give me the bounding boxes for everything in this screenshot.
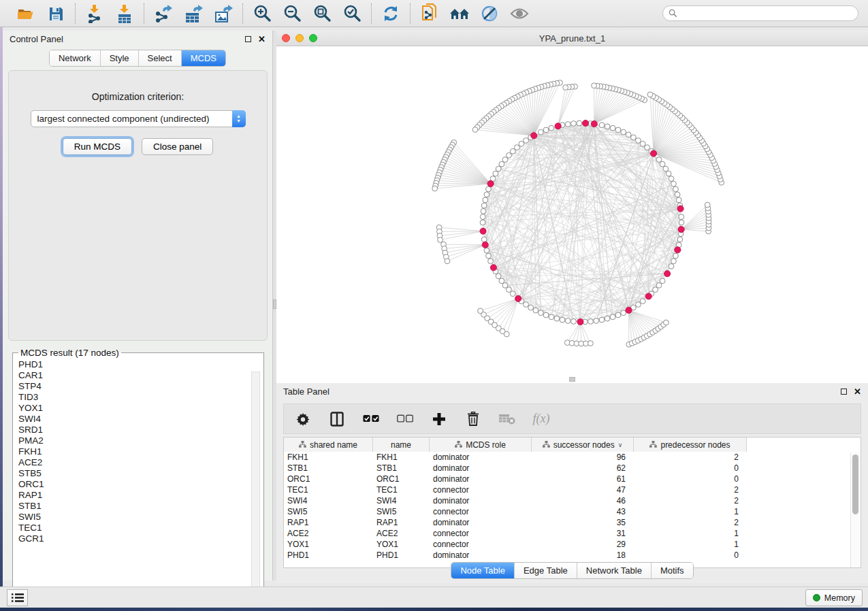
memory-button[interactable]: Memory — [805, 589, 863, 606]
network-node[interactable] — [660, 161, 665, 167]
table-row[interactable]: STB1STB1dominator620 — [284, 463, 861, 474]
float-table-panel-icon[interactable] — [841, 389, 847, 395]
network-node[interactable] — [663, 166, 669, 171]
export-table-icon[interactable] — [183, 3, 204, 24]
mcds-result-item[interactable]: STP4 — [17, 381, 263, 392]
save-session-icon[interactable] — [46, 3, 66, 24]
network-node[interactable] — [484, 192, 489, 197]
network-node[interactable] — [671, 181, 677, 186]
mcds-dominator-node[interactable] — [531, 133, 537, 139]
cell-shared-name[interactable]: STB1 — [284, 463, 373, 474]
network-node[interactable] — [605, 124, 610, 129]
network-node[interactable] — [484, 248, 489, 253]
cell-successor-nodes[interactable]: 31 — [532, 528, 634, 539]
network-node[interactable] — [645, 145, 650, 150]
network-node[interactable] — [636, 138, 641, 144]
two-houses-icon[interactable] — [449, 3, 470, 24]
network-node[interactable] — [524, 138, 529, 144]
network-node[interactable] — [615, 312, 621, 318]
network-node[interactable] — [640, 141, 645, 146]
mcds-dominator-node[interactable] — [482, 242, 488, 248]
network-node[interactable] — [519, 141, 524, 146]
cell-predecessor-nodes[interactable]: 0 — [634, 463, 747, 474]
mcds-result-item[interactable]: FKH1 — [17, 446, 263, 457]
column-header-name[interactable]: name — [373, 437, 430, 452]
cell-MCDS-role[interactable]: dominator — [430, 517, 532, 528]
network-node[interactable] — [660, 278, 665, 284]
table-scrollbar-thumb[interactable] — [852, 455, 858, 514]
network-node[interactable] — [481, 237, 487, 242]
cell-name[interactable]: RAP1 — [373, 517, 430, 528]
cell-predecessor-nodes[interactable]: 2 — [634, 495, 747, 506]
cell-predecessor-nodes[interactable]: 2 — [634, 517, 747, 528]
network-node[interactable] — [538, 310, 543, 316]
close-table-panel-icon[interactable]: ✕ — [854, 389, 861, 395]
cell-predecessor-nodes[interactable]: 2 — [634, 484, 747, 495]
mcds-dominator-node[interactable] — [582, 120, 588, 126]
table-row[interactable]: FKH1FKH1dominator962 — [284, 452, 861, 463]
zoom-out-icon[interactable] — [282, 3, 302, 24]
network-node[interactable] — [543, 127, 549, 133]
network-node[interactable] — [610, 314, 615, 320]
cell-shared-name[interactable]: RAP1 — [284, 517, 373, 528]
network-node[interactable] — [543, 312, 549, 318]
table-row[interactable]: ACE2ACE2connector311 — [284, 528, 861, 539]
tab-select[interactable]: Select — [139, 50, 182, 66]
network-node[interactable] — [528, 305, 534, 310]
network-node[interactable] — [673, 186, 679, 192]
network-node[interactable] — [673, 253, 679, 259]
export-network-icon[interactable] — [153, 3, 174, 24]
open-session-icon[interactable] — [16, 3, 36, 24]
network-node[interactable] — [538, 129, 543, 135]
network-node[interactable] — [679, 220, 684, 225]
network-node[interactable] — [653, 287, 658, 293]
search-input[interactable] — [662, 5, 858, 21]
mcds-result-item[interactable]: TID3 — [17, 392, 263, 403]
select-all-columns-icon[interactable] — [363, 411, 379, 427]
column-header-MCDS-role[interactable]: MCDS role — [430, 437, 532, 452]
cell-shared-name[interactable]: ORC1 — [284, 474, 373, 484]
mcds-result-item[interactable]: STB5 — [17, 468, 263, 479]
tab-network-table[interactable]: Network Table — [577, 563, 652, 578]
network-node[interactable] — [636, 302, 641, 308]
network-node[interactable] — [533, 308, 539, 313]
tab-node-table[interactable]: Node Table — [451, 563, 515, 578]
cell-shared-name[interactable]: YOX1 — [284, 539, 373, 550]
mcds-dominator-node[interactable] — [678, 227, 684, 233]
mcds-result-item[interactable]: CAR1 — [17, 370, 263, 381]
new-network-from-selection-icon[interactable] — [419, 3, 440, 24]
cell-name[interactable]: PHD1 — [373, 550, 430, 561]
network-node[interactable] — [480, 220, 485, 225]
refresh-view-icon[interactable] — [381, 3, 401, 24]
table-row[interactable]: SWI4SWI4dominator462 — [284, 495, 861, 506]
network-node[interactable] — [565, 318, 570, 324]
network-node[interactable] — [677, 237, 683, 242]
network-node[interactable] — [502, 157, 508, 163]
network-node[interactable] — [676, 197, 681, 203]
network-node[interactable] — [647, 92, 653, 97]
cell-shared-name[interactable]: ACE2 — [284, 528, 373, 539]
table-row[interactable]: TEC1TEC1connector472 — [284, 484, 861, 495]
network-node[interactable] — [605, 316, 610, 321]
network-node[interactable] — [504, 331, 509, 337]
cell-MCDS-role[interactable]: connector — [430, 539, 532, 550]
network-node[interactable] — [481, 208, 486, 214]
network-node[interactable] — [571, 121, 577, 127]
mcds-dominator-node[interactable] — [591, 120, 597, 127]
zoom-selected-icon[interactable] — [342, 3, 362, 24]
network-node[interactable] — [679, 214, 684, 220]
mcds-dominator-node[interactable] — [490, 265, 496, 271]
network-node[interactable] — [588, 341, 594, 346]
network-canvas[interactable] — [276, 46, 868, 383]
cell-MCDS-role[interactable]: dominator — [430, 452, 532, 463]
cell-predecessor-nodes[interactable]: 1 — [634, 539, 747, 550]
cell-successor-nodes[interactable]: 62 — [532, 463, 634, 474]
cell-predecessor-nodes[interactable]: 0 — [634, 550, 747, 561]
cell-MCDS-role[interactable]: dominator — [430, 474, 532, 484]
mcds-result-item[interactable]: ACE2 — [17, 457, 263, 468]
mcds-dominator-node[interactable] — [577, 318, 583, 325]
cell-name[interactable]: ORC1 — [373, 474, 430, 484]
delete-column-icon[interactable] — [465, 411, 481, 427]
network-node[interactable] — [669, 264, 674, 269]
import-table-icon[interactable] — [114, 3, 135, 24]
